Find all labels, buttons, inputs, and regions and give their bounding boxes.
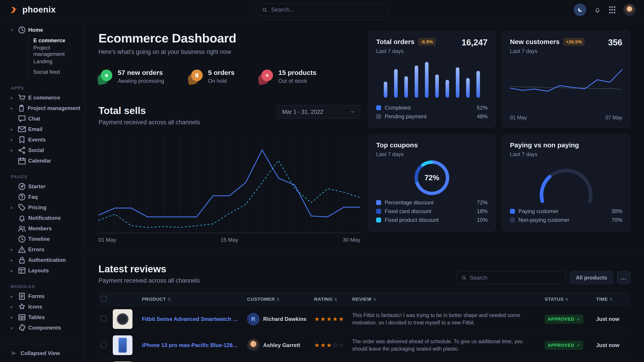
theme-toggle[interactable] bbox=[574, 3, 586, 16]
sidebar-item-forms[interactable]: ▸ Forms bbox=[11, 291, 80, 301]
sidebar-item-project-management[interactable]: ▸ Project management bbox=[11, 103, 80, 113]
caret-right-icon: ▸ bbox=[11, 325, 17, 331]
new-customers-x-axis: 01 May 07 May bbox=[510, 112, 622, 121]
brand[interactable]: phoenix bbox=[8, 5, 56, 15]
sidebar-item-e-commerce[interactable]: E commerce bbox=[28, 35, 80, 46]
sidebar-item-chat[interactable]: Chat bbox=[11, 113, 80, 124]
sidebar-item-tables[interactable]: ▸ Tables bbox=[11, 312, 80, 323]
column-header-review[interactable]: REVIEW ⇅ bbox=[352, 297, 545, 302]
legend-swatch bbox=[376, 114, 381, 119]
status-badge: APPROVED ✓ bbox=[545, 341, 583, 350]
sidebar-item-home[interactable]: ▾ Home bbox=[11, 24, 80, 35]
select-all-checkbox[interactable] bbox=[101, 296, 107, 302]
column-header-customer[interactable]: CUSTOMER ⇅ bbox=[247, 297, 314, 302]
column-header-time[interactable]: TIME ⇅ bbox=[596, 297, 630, 302]
search-input[interactable] bbox=[271, 6, 382, 13]
table-header: PRODUCT ⇅CUSTOMER ⇅RATING ⇅REVIEW ⇅STATU… bbox=[98, 292, 630, 306]
main-content: Ecommerce Dashboard Here's what's going … bbox=[85, 20, 644, 362]
collapse-view-button[interactable]: Collapsed View bbox=[0, 344, 85, 362]
reviews-search[interactable] bbox=[456, 271, 566, 284]
sidebar-item-e-commerce[interactable]: ▸ E commerce bbox=[11, 92, 80, 103]
collapse-left-icon bbox=[11, 350, 17, 357]
global-search[interactable] bbox=[256, 3, 388, 16]
customer-avatar: R bbox=[247, 313, 260, 325]
date-range-select[interactable]: Mar 1 - 31, 2022 bbox=[277, 105, 360, 118]
sidebar-item-members[interactable]: Members bbox=[11, 223, 80, 234]
product-link[interactable]: iPhone 13 pro max-Pacific Blue-128GB sto… bbox=[142, 342, 241, 348]
card-title: Paying vs non paying bbox=[510, 141, 579, 149]
legend-swatch bbox=[376, 218, 381, 223]
profile-avatar[interactable] bbox=[624, 4, 636, 16]
sidebar-item-social[interactable]: ▸ Social bbox=[11, 145, 80, 155]
warning-icon bbox=[17, 245, 27, 255]
check-icon: ✓ bbox=[577, 343, 580, 348]
sidebar-item-project-management[interactable]: Project management bbox=[28, 46, 80, 56]
legend-value: 52% bbox=[477, 105, 488, 111]
sidebar-item-authentication[interactable]: ▸ Authentication bbox=[11, 255, 80, 265]
stat-value: 57 new orders bbox=[118, 69, 164, 76]
caret-down-icon: ▾ bbox=[11, 27, 17, 33]
legend-value: 18% bbox=[477, 208, 488, 214]
sidebar-item-landing[interactable]: Landing bbox=[28, 56, 80, 67]
layout-icon bbox=[17, 266, 27, 276]
customer-cell[interactable]: RRichard Dawkins bbox=[247, 313, 314, 325]
more-options-button[interactable]: ... bbox=[617, 271, 630, 284]
product-image[interactable] bbox=[113, 309, 132, 329]
row-checkbox[interactable] bbox=[101, 342, 107, 348]
column-header-product[interactable]: PRODUCT ⇅ bbox=[142, 297, 247, 302]
rating-stars: ★★★★★ bbox=[314, 316, 344, 323]
row-checkbox[interactable] bbox=[101, 316, 107, 322]
reviews-table: PRODUCT ⇅CUSTOMER ⇅RATING ⇅REVIEW ⇅STATU… bbox=[98, 292, 630, 362]
customer-cell[interactable]: Ashley Garrett bbox=[247, 339, 314, 352]
sidebar-item-icons[interactable]: ▸ Icons bbox=[11, 301, 80, 312]
legend-swatch bbox=[376, 200, 381, 205]
card-period: Last 7 days bbox=[376, 151, 418, 157]
status-badge: APPROVED ✓ bbox=[545, 315, 583, 324]
sidebar-item-pricing[interactable]: ▸ Pricing bbox=[11, 202, 80, 213]
top-coupons-chart: 72% bbox=[376, 157, 488, 198]
sidebar-item-layouts[interactable]: ▸ Layouts bbox=[11, 265, 80, 276]
brand-name: phoenix bbox=[22, 5, 56, 14]
stat-caption: On hold bbox=[208, 78, 234, 84]
all-products-button[interactable]: All products bbox=[570, 271, 613, 284]
table-row: iPhone 13 pro max-Pacific Blue-128GB sto… bbox=[98, 332, 630, 359]
review-time: Just now bbox=[596, 342, 630, 348]
moon-icon bbox=[577, 7, 583, 13]
card-value: 356 bbox=[608, 38, 622, 47]
sidebar-item-calendar[interactable]: Calendar bbox=[11, 155, 80, 166]
sidebar-section-modules: MODULES bbox=[11, 282, 80, 291]
customer-name: Ashley Garrett bbox=[263, 342, 300, 348]
x-tick: 30 May bbox=[342, 237, 360, 243]
product-link[interactable]: Fitbit Sense Advanced Smartwatch with To… bbox=[142, 316, 241, 322]
legend-item-fixed-product-discount: Fixed product discount 10% bbox=[376, 216, 488, 224]
column-header-status[interactable]: STATUS ⇅ bbox=[545, 297, 596, 302]
latest-reviews-title: Latest reviews bbox=[98, 263, 200, 275]
sidebar-item-components[interactable]: ▸ Components bbox=[11, 323, 80, 333]
sidebar-item-notifications[interactable]: Notifications bbox=[11, 213, 80, 223]
column-header-rating[interactable]: RATING ⇅ bbox=[314, 297, 352, 302]
sidebar-item-errors[interactable]: ▸ Errors bbox=[11, 244, 80, 255]
latest-reviews-section: Latest reviews Payment received across a… bbox=[85, 253, 644, 362]
sidebar-item-starter[interactable]: Starter bbox=[11, 181, 80, 192]
sidebar-item-faq[interactable]: Faq bbox=[11, 192, 80, 202]
legend-value: 48% bbox=[477, 113, 488, 120]
legend-value: 70% bbox=[612, 217, 622, 223]
review-text: The order was delivered ahead of schedul… bbox=[352, 338, 545, 353]
card-legend: Percentage discount 72% Fixed card disco… bbox=[376, 198, 488, 224]
card-new-customers: New customers +26.5% Last 7 days 356 01 … bbox=[502, 31, 630, 128]
product-image[interactable] bbox=[113, 335, 132, 355]
apps-menu[interactable] bbox=[609, 6, 616, 13]
legend-label: Paying customer bbox=[518, 208, 558, 214]
x-tick: 15 May bbox=[221, 237, 238, 243]
puzzle-icon bbox=[17, 323, 27, 333]
reviews-search-input[interactable] bbox=[470, 275, 561, 281]
notifications[interactable] bbox=[594, 6, 601, 13]
stats-row: ★ 57 new orders Awating processing Ⅱ 5 o… bbox=[98, 69, 360, 84]
sidebar-item-email[interactable]: ▸ Email bbox=[11, 124, 80, 134]
trend-badge: -6.8% bbox=[418, 38, 436, 46]
sidebar-item-timeline[interactable]: Timeline bbox=[11, 234, 80, 244]
sidebar-item-social-feed[interactable]: Social feed bbox=[28, 67, 80, 77]
sidebar-item-events[interactable]: ▸ Events bbox=[11, 134, 80, 145]
review-time: Just now bbox=[596, 316, 630, 322]
legend-item-paying-customer: Paying customer 30% bbox=[510, 207, 622, 216]
